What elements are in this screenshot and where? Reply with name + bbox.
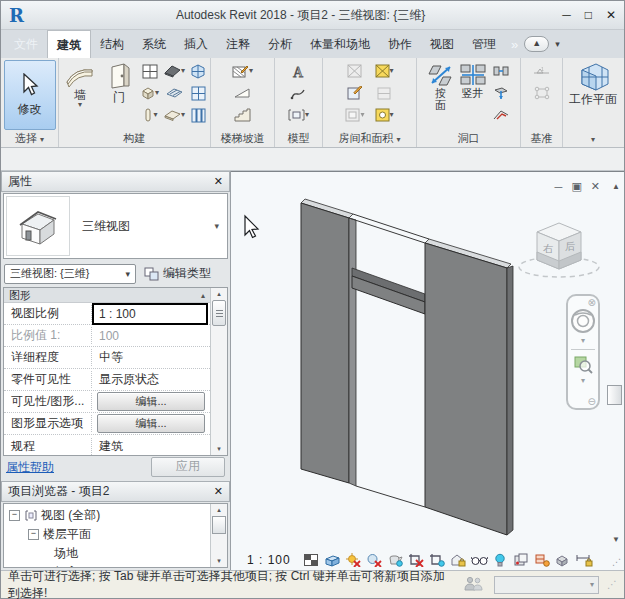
show-rendering-dialog-icon[interactable] bbox=[387, 552, 404, 568]
tab-annotate[interactable]: 注释 bbox=[217, 30, 259, 58]
panel-label-opening[interactable]: 洞口 bbox=[417, 131, 520, 147]
work-plane-button[interactable]: 工作平面 bbox=[565, 60, 621, 106]
scroll-thumb[interactable] bbox=[212, 300, 226, 326]
detail-level-field[interactable]: 中等 bbox=[92, 349, 210, 366]
crop-view-off-icon[interactable] bbox=[408, 552, 425, 568]
properties-help-link[interactable]: 属性帮助 bbox=[6, 459, 54, 476]
ribbon-state-caret-icon[interactable]: ▾ bbox=[555, 39, 560, 49]
railing-button[interactable]: ▾ bbox=[231, 60, 254, 82]
tab-collaborate[interactable]: 协作 bbox=[379, 30, 421, 58]
navbar-close-icon[interactable]: ⊗ bbox=[588, 297, 596, 308]
component-button[interactable]: ▾ bbox=[139, 82, 160, 104]
viewcube[interactable]: 右 后 bbox=[519, 223, 599, 277]
tree-item-views[interactable]: − 视图 (全部) bbox=[4, 506, 210, 525]
tab-overflow-icon[interactable]: » bbox=[511, 37, 518, 52]
column-button[interactable]: ▾ bbox=[139, 104, 160, 126]
browser-header[interactable]: 项目浏览器 - 项目2 ✕ bbox=[1, 481, 230, 502]
tab-architecture[interactable]: 建筑 bbox=[47, 30, 91, 58]
model-text-button[interactable]: A bbox=[287, 60, 310, 82]
dormer-opening-button[interactable] bbox=[492, 104, 510, 126]
ribbon-state-toggle[interactable]: ▲ bbox=[524, 36, 549, 52]
sun-path-off-icon[interactable] bbox=[345, 552, 362, 568]
selection-lock-icon[interactable] bbox=[576, 552, 593, 568]
visibility-edit-button[interactable]: 编辑... bbox=[97, 392, 205, 411]
curtain-grid-button[interactable] bbox=[189, 82, 207, 104]
canvas-resize-grip[interactable]: ⋰ bbox=[612, 557, 621, 567]
steering-wheel-icon[interactable] bbox=[570, 308, 596, 334]
discipline-field[interactable]: 建筑 bbox=[92, 438, 210, 455]
navigation-bar[interactable]: ⊗ ▾ ▾ ⊖ bbox=[566, 294, 600, 410]
reveal-constraints-icon[interactable] bbox=[534, 552, 551, 568]
shaft-opening-button[interactable]: 竖井 bbox=[458, 60, 488, 99]
tag-room-button[interactable]: ▾ bbox=[344, 104, 365, 126]
reveal-hidden-elements-icon[interactable] bbox=[471, 552, 488, 568]
view-scale-field[interactable]: 1 : 100 bbox=[92, 303, 208, 325]
instance-combobox[interactable]: 三维视图: {三维} ▾ bbox=[4, 264, 136, 284]
tab-analyze[interactable]: 分析 bbox=[259, 30, 301, 58]
displacement-sets-icon[interactable] bbox=[513, 552, 530, 568]
tab-manage[interactable]: 管理 bbox=[463, 30, 505, 58]
close-button[interactable]: ✕ bbox=[606, 8, 616, 22]
properties-close-icon[interactable]: ✕ bbox=[214, 175, 223, 188]
wall-button[interactable]: 墙 ▾ bbox=[61, 60, 99, 108]
drawing-area[interactable]: 右 后 ─ ▣ ✕ ▲ ▼ ⊗ ▾ bbox=[231, 171, 624, 570]
type-caret-icon[interactable]: ▾ bbox=[214, 221, 219, 231]
revit-logo-icon[interactable]: R bbox=[9, 5, 39, 26]
wheel-caret-icon[interactable]: ▾ bbox=[581, 336, 585, 345]
wall-opening-button[interactable] bbox=[492, 60, 510, 82]
panel-label-room-area[interactable]: 房间和面积 ▾ bbox=[323, 131, 416, 147]
view-close-icon[interactable]: ✕ bbox=[591, 180, 600, 193]
section-graphics[interactable]: 图形 ▴ bbox=[4, 288, 210, 303]
minimize-button[interactable]: ─ bbox=[562, 8, 571, 22]
panel-label-workplane[interactable]: ▾ bbox=[563, 131, 623, 147]
tab-file[interactable]: 文件 bbox=[5, 30, 47, 58]
properties-scrollbar[interactable]: ▴ ▾ bbox=[210, 288, 227, 455]
viewcube-right-face[interactable]: 右 bbox=[543, 243, 553, 254]
browser-close-icon[interactable]: ✕ bbox=[214, 485, 223, 498]
panel-label-build[interactable]: 构建 bbox=[59, 131, 210, 147]
worksharing-display-icon[interactable] bbox=[555, 552, 572, 568]
scroll-down-icon[interactable]: ▾ bbox=[217, 445, 221, 453]
vertical-opening-button[interactable] bbox=[492, 82, 510, 104]
window-button[interactable] bbox=[139, 60, 160, 82]
viewcube-back-face[interactable]: 后 bbox=[565, 241, 575, 252]
zoom-tool-icon[interactable] bbox=[573, 354, 593, 374]
room-button[interactable] bbox=[344, 60, 365, 82]
expander-icon[interactable]: − bbox=[28, 529, 39, 540]
area-boundary-button[interactable] bbox=[374, 82, 395, 104]
tab-systems[interactable]: 系统 bbox=[133, 30, 175, 58]
canvas-scroll-down-icon[interactable]: ▼ bbox=[612, 535, 620, 544]
canvas-scroll-thumb[interactable] bbox=[607, 385, 622, 405]
view-scale-button[interactable]: 1 : 100 bbox=[247, 553, 291, 567]
browser-scrollbar[interactable]: ▴ ▾ bbox=[210, 504, 227, 567]
shadows-off-icon[interactable] bbox=[366, 552, 383, 568]
section-collapse-icon[interactable]: ▴ bbox=[201, 291, 205, 300]
tree-item-floor-plans[interactable]: − 楼层平面 bbox=[4, 525, 210, 544]
expander-icon[interactable]: − bbox=[9, 510, 20, 521]
parts-visibility-field[interactable]: 显示原状态 bbox=[92, 371, 210, 388]
panel-label-stairs[interactable]: 楼梯坡道 bbox=[211, 131, 274, 147]
properties-header[interactable]: 属性 ✕ bbox=[1, 171, 230, 192]
panel-label-model[interactable]: 模型 bbox=[275, 131, 322, 147]
maximize-button[interactable]: □ bbox=[585, 8, 592, 22]
tab-massing-site[interactable]: 体量和场地 bbox=[301, 30, 379, 58]
modify-button[interactable]: 修改 bbox=[4, 60, 56, 130]
stair-button[interactable] bbox=[231, 104, 254, 126]
scroll-down-icon[interactable]: ▾ bbox=[217, 557, 221, 565]
ceiling-button[interactable] bbox=[163, 82, 186, 104]
zoom-caret-icon[interactable]: ▾ bbox=[581, 376, 585, 385]
ramp-button[interactable] bbox=[231, 82, 254, 104]
canvas-scroll-up-icon[interactable]: ▲ bbox=[612, 182, 620, 191]
temporary-view-properties-icon[interactable] bbox=[492, 552, 509, 568]
scroll-up-icon[interactable]: ▴ bbox=[217, 290, 221, 298]
tab-insert[interactable]: 插入 bbox=[175, 30, 217, 58]
window-resize-grip[interactable]: ⋰ bbox=[607, 579, 617, 590]
floor-button[interactable]: ▾ bbox=[163, 104, 186, 126]
mullion-button[interactable] bbox=[189, 104, 207, 126]
model-line-button[interactable] bbox=[287, 82, 310, 104]
locked-3d-view-icon[interactable] bbox=[450, 552, 467, 568]
tab-structure[interactable]: 结构 bbox=[91, 30, 133, 58]
apply-button[interactable]: 应用 bbox=[151, 457, 225, 477]
edit-type-button[interactable]: 编辑类型 bbox=[144, 265, 211, 282]
tab-view[interactable]: 视图 bbox=[421, 30, 463, 58]
